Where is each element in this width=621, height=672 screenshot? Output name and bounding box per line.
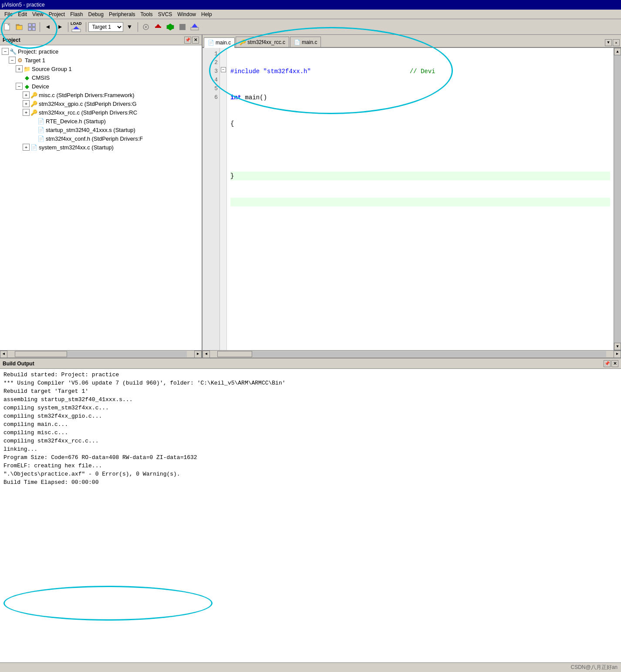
- build-line-1: Rebuild started: Project: practice: [3, 371, 618, 379]
- editor-scroll-right[interactable]: ►: [614, 351, 621, 358]
- tab-main-c-2[interactable]: 📄 main.c: [290, 37, 321, 47]
- expander-sourcegroup[interactable]: +: [16, 65, 23, 72]
- project-panel: Project 📌 ✕ − 🔧 Project: practice: [0, 35, 202, 358]
- fold-button-3[interactable]: −: [221, 67, 226, 72]
- tree-item-misc[interactable]: + 🔑 misc.c (StdPeriph Drivers:Framework): [2, 91, 200, 99]
- panel-close-button[interactable]: ✕: [192, 37, 199, 44]
- build-line-10: linking...: [3, 445, 618, 453]
- tree-item-gpio[interactable]: + 🔑 stm32f4xx_gpio.c (StdPeriph Drivers:…: [2, 99, 200, 108]
- rebuild-button[interactable]: [165, 21, 176, 33]
- expander-device[interactable]: −: [16, 83, 23, 90]
- code-content[interactable]: #include "stm32f4xx.h" // Devi int main(…: [227, 48, 614, 350]
- tree-label-gpio: stm32f4xx_gpio.c (StdPeriph Drivers:G: [39, 101, 137, 107]
- build-close-button[interactable]: ✕: [611, 360, 618, 367]
- load-button-area[interactable]: LOAD: [71, 21, 82, 33]
- app-title: µVision5 - practice: [2, 2, 45, 8]
- settings-button[interactable]: [140, 21, 152, 33]
- system-file-icon: 📄: [30, 144, 37, 151]
- arrow-right-button[interactable]: ►: [54, 21, 66, 33]
- build-line-5: compiling system_stm32f4xx.c...: [3, 404, 618, 412]
- build-line-14: Build Time Elapsed: 00:00:00: [3, 478, 618, 486]
- tree-item-rcc[interactable]: + 🔑 stm32f4xx_rcc.c (StdPeriph Drivers:R…: [2, 108, 200, 117]
- vscroll-up[interactable]: ▲: [614, 48, 621, 55]
- editor-hscroll[interactable]: ◄ ►: [202, 350, 621, 358]
- svg-rect-5: [32, 24, 35, 27]
- new-file-button[interactable]: [2, 21, 13, 33]
- tree-item-target1[interactable]: − ⚙ Target 1: [2, 56, 200, 64]
- target-select[interactable]: Target 1: [88, 22, 123, 32]
- menu-project[interactable]: Project: [46, 10, 68, 18]
- expander-system[interactable]: +: [23, 144, 30, 151]
- build-line-2: *** Using Compiler 'V5.06 update 7 (buil…: [3, 379, 618, 387]
- grid-button[interactable]: [26, 21, 37, 33]
- menu-flash[interactable]: Flash: [68, 10, 85, 18]
- menu-tools[interactable]: Tools: [138, 10, 155, 18]
- scroll-track[interactable]: [15, 351, 187, 357]
- expander-root[interactable]: −: [2, 48, 9, 55]
- dropdown-btn[interactable]: ▼: [124, 21, 135, 33]
- tree-item-conf[interactable]: 📄 stm32f4xx_conf.h (StdPeriph Drivers:F: [2, 134, 200, 143]
- tree-item-sourcegroup1[interactable]: + 📁 Source Group 1: [2, 64, 200, 73]
- menu-peripherals[interactable]: Peripherals: [106, 10, 138, 18]
- expander-gpio[interactable]: +: [23, 100, 30, 107]
- menu-view[interactable]: View: [30, 10, 46, 18]
- tab-label-main2: main.c: [302, 39, 317, 45]
- code-line-5: }: [230, 172, 610, 180]
- expander-rcc[interactable]: +: [23, 109, 30, 116]
- status-bar: CSDN@八月正好an: [0, 662, 621, 672]
- menu-bar: File Edit View Project Flash Debug Perip…: [0, 10, 621, 19]
- menu-svcs[interactable]: SVCS: [155, 10, 175, 18]
- tab-label-main1: main.c: [216, 40, 231, 46]
- menu-file[interactable]: File: [2, 10, 15, 18]
- misc-file-icon: 🔑: [30, 91, 37, 98]
- svg-marker-9: [73, 26, 79, 29]
- build-button[interactable]: [152, 21, 164, 33]
- tree-item-startup[interactable]: 📄 startup_stm32f40_41xxx.s (Startup): [2, 125, 200, 134]
- svg-rect-6: [28, 27, 31, 30]
- scroll-thumb[interactable]: [15, 351, 67, 357]
- build-output-header: Build Output 📌 ✕: [0, 358, 621, 369]
- status-right-text: CSDN@八月正好an: [570, 664, 618, 671]
- panel-pin-button[interactable]: 📌: [184, 37, 191, 44]
- tree-item-root[interactable]: − 🔧 Project: practice: [2, 47, 200, 56]
- build-pin-button[interactable]: 📌: [604, 360, 611, 367]
- editor-scroll-thumb[interactable]: [217, 351, 252, 357]
- vscroll-down[interactable]: ▼: [614, 343, 621, 350]
- editor-scroll-left[interactable]: ◄: [202, 351, 210, 358]
- editor-vscroll[interactable]: ▲ ▼: [614, 48, 621, 350]
- toolbar-separator-3: [86, 22, 86, 32]
- tab-icon-rcc: 🔑: [240, 39, 246, 45]
- menu-window[interactable]: Window: [175, 10, 199, 18]
- tree-item-system[interactable]: + 📄 system_stm32f4xx.c (Startup): [2, 143, 200, 152]
- menu-help[interactable]: Help: [199, 10, 215, 18]
- tab-stm32-rcc[interactable]: 🔑 stm32f4xx_rcc.c: [236, 37, 289, 47]
- tab-nav-dropdown[interactable]: ▼: [605, 39, 612, 46]
- project-hscroll[interactable]: ◄ ►: [0, 350, 202, 358]
- folder-icon: 📁: [24, 65, 30, 72]
- vscroll-track[interactable]: [614, 55, 621, 343]
- tab-main-c-1[interactable]: 📄 main.c: [204, 37, 235, 48]
- scroll-arrow-left[interactable]: ◄: [0, 351, 7, 358]
- editor-scroll-track[interactable]: [217, 351, 606, 357]
- toolbar: ◄ ► LOAD Target 1 ▼: [0, 19, 621, 35]
- scroll-arrow-right[interactable]: ►: [194, 351, 202, 358]
- project-root-icon: 🔧: [10, 48, 17, 55]
- tree-item-rte[interactable]: 📄 RTE_Device.h (Startup): [2, 117, 200, 125]
- tab-close-btn[interactable]: ✕: [613, 39, 620, 46]
- tree-item-device[interactable]: − ◆ Device: [2, 82, 200, 91]
- cmsis-icon: ◆: [24, 74, 30, 81]
- project-panel-header: Project 📌 ✕: [0, 35, 202, 45]
- expander-misc[interactable]: +: [23, 91, 30, 98]
- open-button[interactable]: [14, 21, 25, 33]
- load-label: LOAD: [71, 21, 82, 26]
- expander-target1[interactable]: −: [9, 57, 16, 64]
- menu-debug[interactable]: Debug: [86, 10, 106, 18]
- arrow-left-button[interactable]: ◄: [42, 21, 54, 33]
- build-line-9: compiling stm32f4xx_rcc.c...: [3, 437, 618, 445]
- menu-edit[interactable]: Edit: [15, 10, 30, 18]
- download-button[interactable]: [189, 21, 200, 33]
- tree-item-cmsis[interactable]: ◆ CMSIS: [2, 73, 200, 82]
- svg-rect-17: [179, 24, 186, 30]
- code-line-4: [230, 145, 610, 154]
- stop-build-button[interactable]: [177, 21, 188, 33]
